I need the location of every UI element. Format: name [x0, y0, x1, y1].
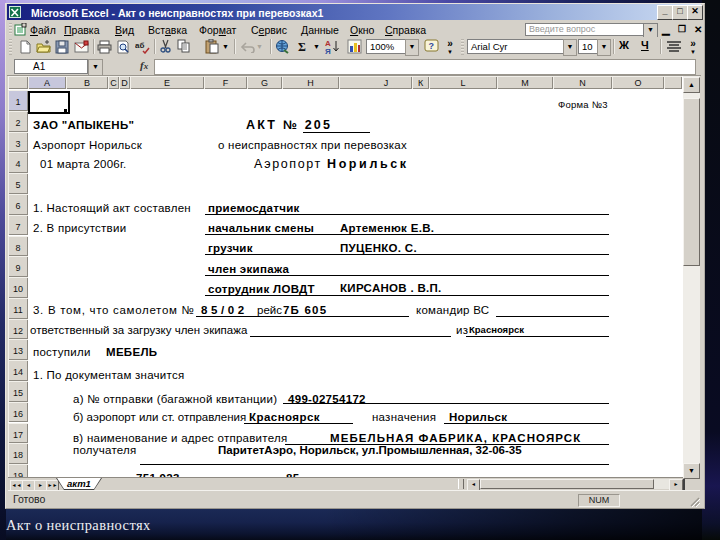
svg-text:Я: Я: [325, 47, 331, 54]
svg-text:?: ?: [429, 41, 435, 51]
svg-text:Σ: Σ: [298, 40, 306, 53]
svg-text:аб: аб: [135, 41, 144, 50]
